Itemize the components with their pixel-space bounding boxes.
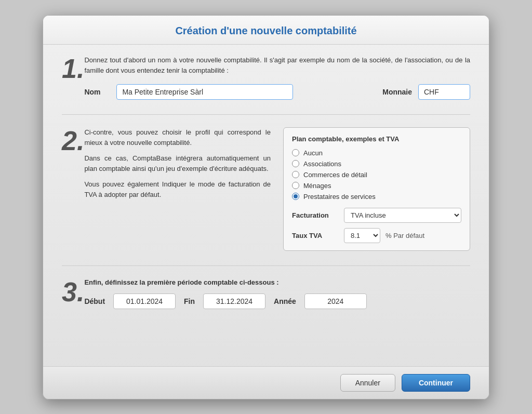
dialog-body: 1. Donnez tout d'abord un nom à votre no… — [43, 45, 489, 366]
step2-desc1: Ci-contre, vous pouvez choisir le profil… — [84, 127, 271, 148]
dialog: Création d'une nouvelle comptabilité 1. … — [43, 15, 489, 399]
radio-label-associations: Associations — [303, 160, 341, 168]
cancel-button[interactable]: Annuler — [340, 374, 395, 392]
step1-form-row: Nom Monnaie — [84, 84, 470, 100]
radio-label-commerces: Commerces de détail — [303, 171, 367, 179]
section-1: 1. Donnez tout d'abord un nom à votre no… — [62, 55, 470, 100]
section-2-content: Ci-contre, vous pouvez choisir le profil… — [84, 127, 470, 251]
facturation-row: Facturation TVA incluse TVA séparée Aucu… — [292, 208, 461, 223]
monnaie-label: Monnaie — [382, 88, 412, 96]
section-1-content: Donnez tout d'abord un nom à votre nouve… — [84, 55, 470, 100]
taux-label: Taux TVA — [292, 232, 339, 239]
annee-label: Année — [274, 297, 296, 305]
step3-description: Enfin, définissez la première période co… — [84, 278, 470, 286]
radio-prestataires[interactable]: Prestataires de services — [292, 193, 461, 201]
fin-input[interactable] — [203, 293, 265, 309]
section-3-content: Enfin, définissez la première période co… — [84, 278, 470, 309]
section2-left: Ci-contre, vous pouvez choisir le profil… — [84, 127, 271, 206]
radio-label-menages: Ménages — [303, 182, 331, 190]
debut-label: Début — [84, 297, 105, 305]
radio-circle-menages — [292, 182, 299, 189]
plan-comptable-box: Plan comptable, exemples et TVA Aucun As… — [283, 127, 470, 251]
monnaie-input[interactable] — [418, 84, 470, 100]
radio-commerces[interactable]: Commerces de détail — [292, 171, 461, 179]
radio-circle-aucun — [292, 149, 299, 156]
step-number-3: 3. — [62, 278, 84, 305]
radio-circle-prestataires — [292, 193, 299, 200]
radio-aucun[interactable]: Aucun — [292, 149, 461, 157]
step2-desc2: Dans ce cas, ComptaBase intégrera automa… — [84, 153, 271, 174]
radio-label-aucun: Aucun — [303, 149, 323, 157]
continue-button[interactable]: Continuer — [402, 374, 470, 392]
divider-2 — [62, 265, 470, 266]
periode-row: Début Fin Année — [84, 293, 470, 309]
dialog-footer: Annuler Continuer — [43, 366, 489, 399]
divider-1 — [62, 114, 470, 115]
nom-label: Nom — [84, 88, 110, 96]
section2-inner: Ci-contre, vous pouvez choisir le profil… — [84, 127, 470, 251]
step-number-1: 1. — [62, 55, 84, 82]
section-2: 2. Ci-contre, vous pouvez choisir le pro… — [62, 127, 470, 251]
step2-desc3: Vous pouvez également Indiquer le mode d… — [84, 179, 271, 200]
radio-menages[interactable]: Ménages — [292, 182, 461, 190]
radio-group: Aucun Associations Commerces de détail — [292, 149, 461, 201]
section-3: 3. Enfin, définissez la première période… — [62, 278, 470, 309]
radio-label-prestataires: Prestataires de services — [303, 193, 376, 201]
taux-row: Taux TVA 8.1 7.7 3.8 2.5 % Par défaut — [292, 228, 461, 243]
facturation-select[interactable]: TVA incluse TVA séparée Aucune TVA — [344, 208, 461, 223]
debut-input[interactable] — [113, 293, 176, 309]
fin-label: Fin — [184, 297, 195, 305]
radio-circle-commerces — [292, 171, 299, 178]
nom-input[interactable] — [116, 84, 293, 100]
step1-description: Donnez tout d'abord un nom à votre nouve… — [84, 55, 470, 76]
radio-associations[interactable]: Associations — [292, 160, 461, 168]
step-number-2: 2. — [62, 127, 84, 154]
facturation-label: Facturation — [292, 211, 339, 219]
dialog-title: Création d'une nouvelle comptabilité — [43, 16, 489, 45]
annee-input[interactable] — [304, 293, 367, 309]
taux-suffix: % Par défaut — [385, 232, 424, 239]
plan-title: Plan comptable, exemples et TVA — [292, 135, 461, 143]
taux-select[interactable]: 8.1 7.7 3.8 2.5 — [344, 228, 380, 243]
radio-circle-associations — [292, 160, 299, 167]
